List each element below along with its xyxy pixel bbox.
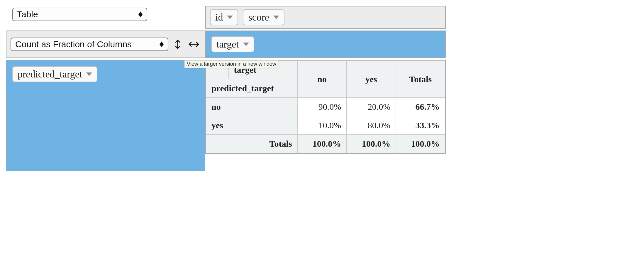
- row-header: yes: [206, 116, 298, 135]
- tooltip: View a larger version in a new window: [184, 60, 279, 68]
- svg-marker-0: [138, 11, 143, 14]
- caret-down-icon: [86, 72, 92, 76]
- row-axis-label: predicted_target: [206, 79, 298, 98]
- svg-marker-3: [273, 16, 279, 19]
- field-chip-predicted-target[interactable]: predicted_target: [12, 66, 97, 82]
- svg-marker-5: [160, 44, 164, 47]
- unused-fields-area[interactable]: id score: [205, 6, 446, 29]
- field-chip-label: predicted_target: [18, 69, 82, 80]
- caret-down-icon: [227, 16, 233, 19]
- column-fields-area[interactable]: target: [205, 31, 446, 58]
- cell-value: 80.0%: [347, 116, 396, 135]
- row-total: 33.3%: [396, 116, 445, 135]
- renderer-select[interactable]: Table: [12, 8, 147, 21]
- field-chip-score[interactable]: score: [243, 9, 284, 25]
- col-total: 100.0%: [347, 135, 396, 153]
- row-total: 66.7%: [396, 98, 445, 116]
- sort-cols-icon[interactable]: [187, 40, 201, 48]
- field-chip-target[interactable]: target: [211, 36, 254, 52]
- table-row: no 90.0% 20.0% 66.7%: [206, 98, 445, 116]
- table-row: yes 10.0% 80.0% 33.3%: [206, 116, 445, 135]
- grand-total: 100.0%: [396, 135, 445, 153]
- col-total: 100.0%: [297, 135, 347, 153]
- svg-marker-1: [138, 14, 143, 17]
- aggregator-area: Count as Fraction of Columns: [6, 31, 205, 58]
- field-chip-label: score: [248, 12, 269, 23]
- svg-marker-4: [160, 41, 164, 44]
- field-chip-id[interactable]: id: [210, 9, 238, 25]
- caret-down-icon: [243, 43, 249, 46]
- row-header: no: [206, 98, 298, 116]
- col-header-yes: yes: [347, 61, 396, 98]
- pivot-output: View a larger version in a new window ta…: [205, 60, 446, 154]
- cell-value: 90.0%: [297, 98, 347, 116]
- sort-rows-icon[interactable]: [173, 39, 182, 50]
- renderer-select-value: Table: [17, 9, 38, 19]
- select-arrows-icon: [160, 41, 164, 47]
- row-fields-area[interactable]: predicted_target: [6, 60, 205, 171]
- caret-down-icon: [273, 16, 279, 19]
- totals-row: Totals 100.0% 100.0% 100.0%: [206, 135, 445, 153]
- aggregator-select-value: Count as Fraction of Columns: [15, 39, 132, 49]
- pivot-table: target no yes Totals predicted_target no…: [206, 60, 445, 153]
- field-chip-label: target: [216, 39, 239, 50]
- svg-marker-2: [227, 16, 233, 19]
- svg-marker-8: [243, 43, 249, 46]
- col-header-no: no: [297, 61, 347, 98]
- col-header-totals: Totals: [396, 61, 445, 98]
- select-arrows-icon: [138, 11, 143, 17]
- cell-value: 10.0%: [297, 116, 347, 135]
- totals-label: Totals: [206, 135, 298, 153]
- field-chip-label: id: [215, 12, 223, 23]
- svg-marker-9: [86, 72, 92, 76]
- cell-value: 20.0%: [347, 98, 396, 116]
- aggregator-select[interactable]: Count as Fraction of Columns: [11, 38, 168, 51]
